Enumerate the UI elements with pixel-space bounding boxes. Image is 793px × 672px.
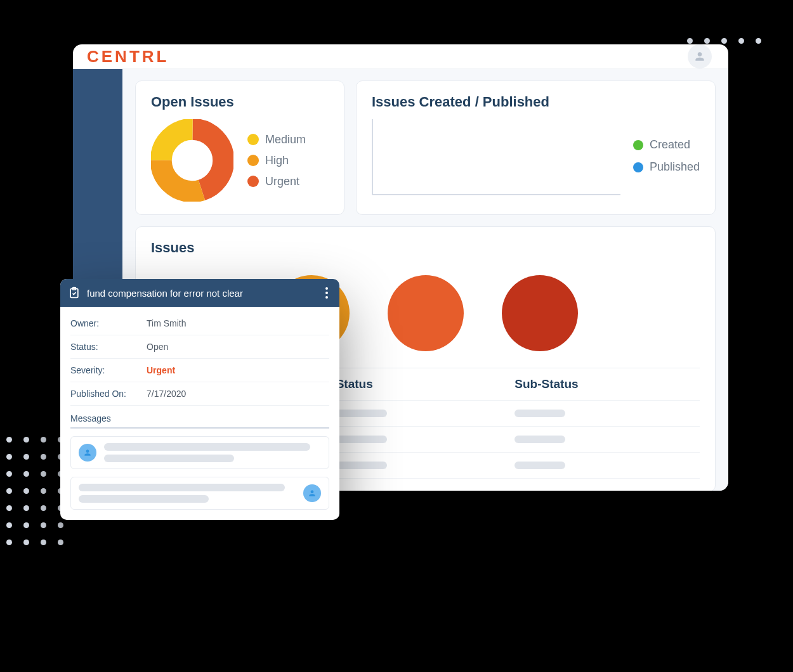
field-severity: Severity: Urgent xyxy=(70,359,329,382)
created-published-card: Issues Created / Published Created Publi… xyxy=(356,81,716,215)
user-icon xyxy=(83,448,92,457)
legend-dot-medium xyxy=(247,134,259,145)
created-published-bar-chart xyxy=(372,119,620,195)
open-issues-donut-chart xyxy=(151,119,233,202)
issues-title: Issues xyxy=(151,240,700,256)
clipboard-check-icon xyxy=(68,287,81,299)
message-avatar xyxy=(303,484,321,502)
cell-placeholder xyxy=(336,462,387,469)
legend-created: Created xyxy=(633,138,700,152)
decor-dots-top-right xyxy=(687,38,761,44)
field-value: Open xyxy=(147,342,329,352)
col-sub-status: Sub-Status xyxy=(514,377,693,391)
legend-dot-published xyxy=(633,162,643,172)
col-status: Status xyxy=(336,377,515,391)
legend-label: High xyxy=(265,154,289,167)
cell-placeholder xyxy=(514,436,565,443)
cell-placeholder xyxy=(514,410,565,417)
field-status: Status: Open xyxy=(70,335,329,359)
field-value: 7/17/2020 xyxy=(147,389,329,399)
legend-dot-urgent xyxy=(247,176,259,187)
message-item[interactable] xyxy=(70,477,329,510)
decor-dots-bottom-left xyxy=(6,437,63,545)
field-label: Owner: xyxy=(70,318,147,328)
user-icon xyxy=(693,50,706,63)
field-value: Tim Smith xyxy=(147,318,329,328)
created-published-title: Issues Created / Published xyxy=(372,94,700,110)
legend-label: Medium xyxy=(265,133,306,146)
cell-placeholder xyxy=(514,462,565,469)
legend-medium: Medium xyxy=(247,133,306,146)
field-label: Published On: xyxy=(70,389,147,399)
cell-placeholder xyxy=(336,410,387,417)
field-owner: Owner: Tim Smith xyxy=(70,312,329,335)
legend-label: Created xyxy=(650,138,690,152)
legend-dot-created xyxy=(633,140,643,150)
field-label: Status: xyxy=(70,342,147,352)
issue-detail-popover: fund compensation for error not clear Ow… xyxy=(60,279,339,520)
more-options-button[interactable] xyxy=(322,283,332,302)
message-body-placeholder xyxy=(104,443,321,462)
messages-section-label: Messages xyxy=(70,406,329,429)
status-circle-3 xyxy=(502,275,578,351)
legend-high: High xyxy=(247,154,306,167)
status-circle-2 xyxy=(388,275,464,351)
legend-urgent: Urgent xyxy=(247,175,306,188)
issue-detail-header: fund compensation for error not clear xyxy=(60,279,339,307)
issue-detail-body: Owner: Tim Smith Status: Open Severity: … xyxy=(60,307,339,520)
field-value: Urgent xyxy=(147,365,329,375)
legend-published: Published xyxy=(633,160,700,174)
open-issues-card: Open Issues xyxy=(135,81,344,215)
app-header: CENTRL xyxy=(73,44,728,69)
legend-label: Published xyxy=(650,160,700,174)
field-label: Severity: xyxy=(70,365,147,375)
created-published-legend: Created Published xyxy=(633,138,700,195)
user-icon xyxy=(308,489,317,498)
cell-placeholder xyxy=(336,436,387,443)
brand-logo: CENTRL xyxy=(87,47,169,67)
field-published-on: Published On: 7/17/2020 xyxy=(70,382,329,406)
legend-label: Urgent xyxy=(265,175,299,188)
legend-dot-high xyxy=(247,155,259,166)
message-body-placeholder xyxy=(79,484,296,503)
user-avatar-button[interactable] xyxy=(688,44,712,68)
message-avatar xyxy=(79,444,96,462)
issue-detail-title: fund compensation for error not clear xyxy=(87,288,315,299)
open-issues-title: Open Issues xyxy=(151,94,329,110)
message-item[interactable] xyxy=(70,436,329,469)
open-issues-legend: Medium High Urgent xyxy=(247,133,306,188)
